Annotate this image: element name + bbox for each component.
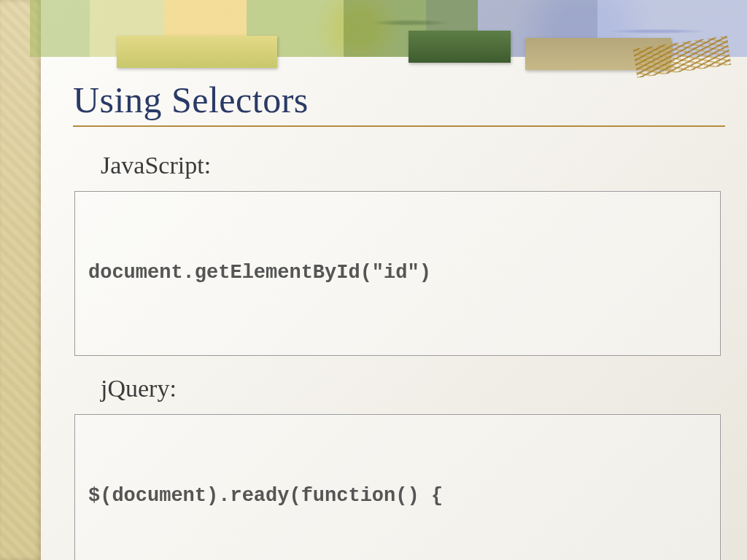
code-line: $(document).ready(function() { — [88, 482, 707, 510]
javascript-label: JavaScript: — [101, 152, 725, 179]
left-decorative-strip — [0, 0, 41, 560]
jquery-label: jQuery: — [101, 375, 725, 402]
javascript-codebox: document.getElementById("id") — [74, 191, 721, 356]
jquery-codebox: $(document).ready(function() { $("#id").… — [74, 414, 721, 560]
slide-title: Using Selectors — [73, 79, 725, 121]
code-line: document.getElementById("id") — [88, 259, 707, 287]
slide: Using Selectors JavaScript: document.get… — [0, 0, 747, 560]
banner-accent — [117, 36, 277, 68]
banner-accent — [409, 31, 511, 63]
slide-content: Using Selectors JavaScript: document.get… — [73, 79, 725, 545]
title-underline — [73, 125, 725, 127]
